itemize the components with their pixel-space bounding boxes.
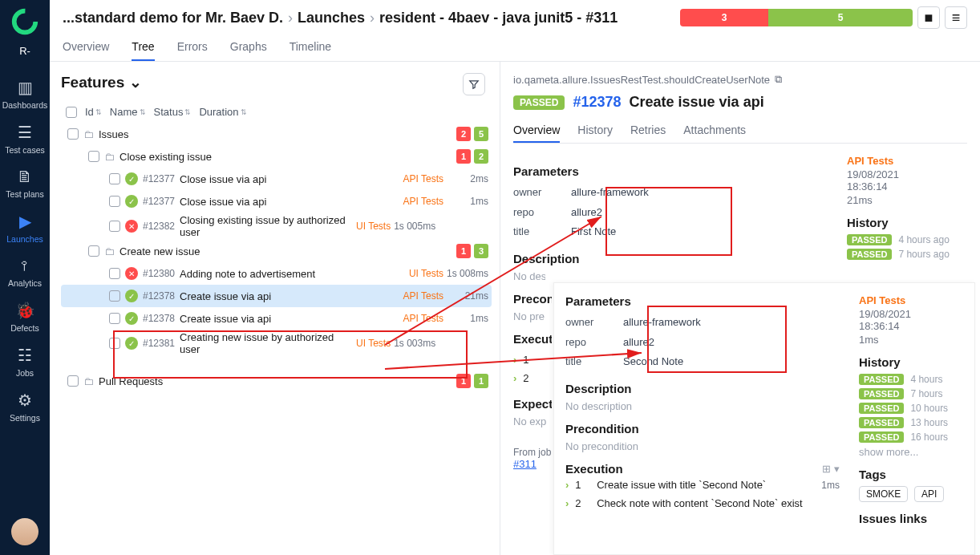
test-fqn: io.qameta.allure.IssuesRestTest.shouldCr… [513, 73, 967, 86]
folder-icon: 🗀 [83, 375, 94, 387]
test-row[interactable]: ✓#12378Create issue via apiAPI Tests1ms [61, 307, 492, 330]
dtab-retries[interactable]: Retries [630, 119, 666, 143]
jobs-icon: ☷ [18, 346, 32, 365]
status-pass-icon: ✓ [125, 337, 138, 350]
group-issues[interactable]: 🗀 Issues 25 [61, 123, 492, 145]
col-status[interactable]: Status⇅ [154, 106, 192, 118]
launches-icon: ▶ [19, 212, 31, 231]
status-fail-icon: ✕ [125, 220, 138, 233]
breadcrumb-launch: resident - 4baev - java junit5 - #311 [379, 10, 618, 26]
checkbox[interactable] [109, 338, 120, 349]
checkbox[interactable] [88, 151, 99, 162]
test-row-selected[interactable]: ✓#12378Create issue via apiAPI Tests21ms [61, 285, 492, 307]
sidebar-item-testcases[interactable]: ☰Test cases [0, 116, 50, 161]
test-row[interactable]: ✓#12377Close issue via apiAPI Tests2ms [61, 168, 492, 190]
sidebar-item-launches[interactable]: ▶Launches [0, 205, 50, 250]
tab-errors[interactable]: Errors [177, 34, 208, 61]
status-pass-icon: ✓ [125, 172, 138, 185]
status-badge: PASSED [513, 95, 565, 110]
progress-fail: 3 [680, 9, 768, 26]
sidebar-item-defects[interactable]: 🐞Defects [0, 294, 50, 339]
folder-icon: 🗀 [83, 128, 94, 140]
layout-icon[interactable]: ⊞ ▾ [822, 463, 840, 475]
panel-title[interactable]: Features ⌄ [61, 73, 492, 91]
params-heading: Parameters [513, 164, 828, 178]
dashboards-icon: ▥ [18, 78, 33, 97]
group-pull[interactable]: 🗀 Pull Requests 11 [61, 370, 492, 392]
breadcrumb: ...standard demo for Mr. Baev D. › Launc… [63, 6, 967, 29]
checkbox[interactable] [109, 268, 120, 279]
org-tag[interactable]: R- [19, 45, 30, 57]
tab-graphs[interactable]: Graphs [230, 34, 267, 61]
checkbox[interactable] [109, 173, 120, 184]
breadcrumb-sep: › [288, 10, 293, 26]
menu-button[interactable]: ≡ [945, 6, 967, 29]
desc-heading: Description [513, 252, 828, 265]
folder-icon: 🗀 [104, 245, 115, 257]
checkbox[interactable] [109, 290, 120, 302]
chevron-right-icon[interactable]: › [513, 372, 516, 384]
from-job-link[interactable]: #311 [513, 458, 537, 470]
sidebar-item-testplans[interactable]: 🗎Test plans [0, 161, 50, 205]
sidebar-item-analytics[interactable]: ⫯Analytics [0, 250, 50, 294]
chevron-right-icon[interactable]: › [565, 479, 569, 491]
tag-chip[interactable]: API [914, 486, 944, 502]
show-more-link[interactable]: show more... [859, 446, 963, 458]
tag-chip[interactable]: SMOKE [859, 486, 908, 502]
breadcrumb-launches[interactable]: Launches [298, 10, 365, 26]
test-row[interactable]: ✓#12381Creating new issue by authorized … [61, 330, 492, 357]
status-pass-icon: ✓ [125, 290, 138, 302]
analytics-icon: ⫯ [21, 257, 29, 275]
sidebar-item-jobs[interactable]: ☷Jobs [0, 339, 50, 384]
sidebar-item-settings[interactable]: ⚙Settings [0, 384, 50, 429]
exec-heading: Execution [513, 332, 552, 346]
issues-links-heading: Issues links [859, 512, 963, 525]
group-create[interactable]: 🗀 Create new issue 13 [61, 240, 492, 262]
checkbox[interactable] [109, 313, 120, 324]
tree: 🗀 Issues 25 🗀 Close existing issue 12 ✓#… [61, 123, 492, 392]
dtab-overview[interactable]: Overview [513, 119, 560, 143]
tags-heading: Tags [859, 468, 963, 481]
copy-icon[interactable]: ⧉ [775, 73, 782, 86]
test-row[interactable]: ✕#12382Closing existing issue by authori… [61, 213, 492, 240]
sidebar-item-dashboards[interactable]: ▥Dashboards [0, 71, 50, 116]
progress-bar: 3 5 [680, 9, 913, 26]
col-id[interactable]: Id⇅ [85, 106, 102, 118]
tab-tree[interactable]: Tree [132, 34, 154, 61]
checkbox[interactable] [88, 245, 99, 257]
folder-icon: 🗀 [104, 151, 115, 163]
checkbox[interactable] [109, 196, 120, 207]
desc-heading: Description [565, 382, 840, 395]
col-name[interactable]: Name⇅ [110, 106, 146, 118]
chevron-right-icon[interactable]: › [565, 497, 569, 509]
precond-heading: Precondition [513, 292, 552, 306]
test-id-link[interactable]: #12378 [573, 94, 621, 111]
precond-heading: Precondition [565, 422, 840, 435]
col-duration[interactable]: Duration⇅ [199, 106, 246, 118]
history-heading: History [847, 216, 967, 229]
checkbox[interactable] [67, 375, 79, 387]
chevron-right-icon[interactable]: › [513, 354, 516, 366]
breadcrumb-project[interactable]: ...standard demo for Mr. Baev D. [63, 10, 283, 26]
detail-tabs: Overview History Retries Attachments [513, 119, 967, 144]
group-close[interactable]: 🗀 Close existing issue 12 [61, 145, 492, 168]
test-row[interactable]: ✓#12377Close issue via apiAPI Tests1ms [61, 190, 492, 213]
status-pass-icon: ✓ [125, 312, 138, 325]
dtab-attachments[interactable]: Attachments [683, 119, 746, 143]
tab-overview[interactable]: Overview [63, 34, 109, 61]
status-fail-icon: ✕ [125, 267, 138, 280]
filter-button[interactable] [463, 73, 485, 95]
avatar[interactable] [11, 518, 38, 545]
params-heading: Parameters [565, 294, 840, 308]
tab-timeline[interactable]: Timeline [290, 34, 331, 61]
select-all-checkbox[interactable] [66, 107, 77, 118]
history-heading: History [859, 355, 963, 369]
dtab-history[interactable]: History [577, 119, 613, 143]
checkbox[interactable] [67, 128, 79, 140]
stop-button[interactable]: ■ [917, 6, 940, 29]
overlay-detail: Parameters ownerallure-framework repoall… [553, 282, 975, 555]
checkbox[interactable] [109, 221, 120, 232]
test-title: Create issue via api [630, 94, 764, 111]
test-row[interactable]: ✕#12380Adding note to advertisementUI Te… [61, 262, 492, 285]
defects-icon: 🐞 [15, 301, 35, 320]
